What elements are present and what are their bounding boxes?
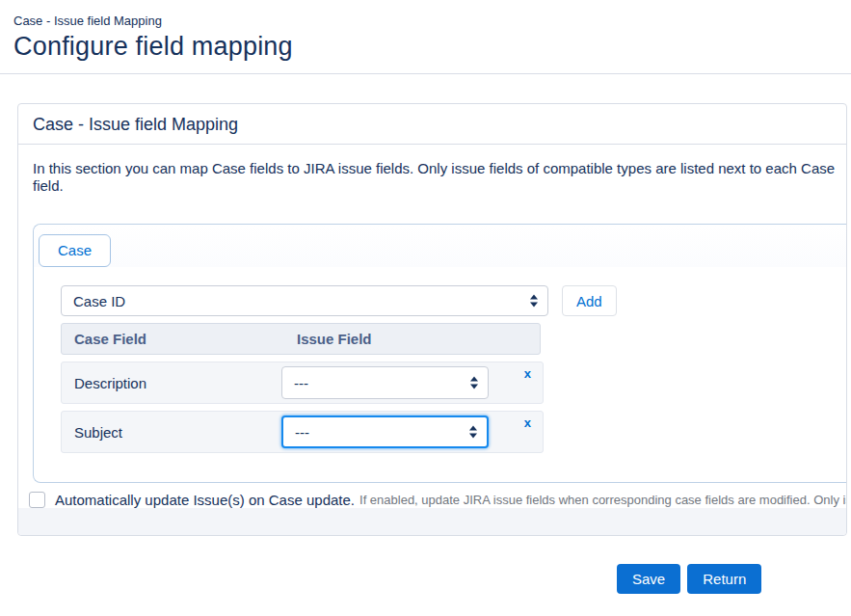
field-picker-row: Case ID Add (61, 285, 847, 316)
column-header-issue-field: Issue Field (297, 331, 372, 347)
tab-case[interactable]: Case (39, 234, 111, 267)
issue-field-select-value: --- (295, 424, 309, 441)
select-spinner-icon (469, 426, 477, 439)
auto-update-checkbox[interactable] (29, 492, 45, 508)
card-header: Case - Issue field Mapping (18, 104, 846, 145)
page-header: Case - Issue field Mapping Configure fie… (0, 0, 851, 74)
mapping-row-description: Description --- x (61, 362, 544, 404)
tab-content: Case ID Add Case Field Issue Field Descr… (34, 267, 847, 453)
remove-row-button[interactable]: x (524, 416, 531, 429)
mapping-table: Case Field Issue Field Description --- x… (61, 323, 847, 453)
tab-container: Case Case ID Add Case Field Issue Field (33, 224, 847, 483)
section-description: In this section you can map Case fields … (33, 160, 846, 195)
save-button[interactable]: Save (617, 564, 680, 594)
case-field-select-value: Case ID (73, 293, 125, 309)
auto-update-label[interactable]: Automatically update Issue(s) on Case up… (55, 492, 355, 508)
issue-field-select-subject[interactable]: --- (281, 415, 489, 448)
card-body: In this section you can map Case fields … (18, 145, 846, 508)
return-button[interactable]: Return (687, 564, 761, 594)
select-spinner-icon (470, 377, 478, 389)
case-field-label: Subject (62, 424, 281, 441)
column-header-case-field: Case Field (62, 331, 297, 347)
remove-row-button[interactable]: x (524, 367, 531, 380)
add-button[interactable]: Add (562, 285, 617, 316)
card-footer (18, 508, 846, 535)
mapping-row-subject: Subject --- x (61, 411, 544, 453)
field-mapping-card: Case - Issue field Mapping In this secti… (17, 103, 847, 536)
select-spinner-icon (530, 295, 538, 308)
page-title: Configure field mapping (13, 32, 851, 62)
auto-update-help-text: If enabled, update JIRA issue fields whe… (359, 493, 846, 507)
tab-strip: Case (34, 225, 847, 267)
case-field-select[interactable]: Case ID (61, 285, 548, 316)
action-buttons: Save Return (617, 564, 761, 594)
auto-update-row: Automatically update Issue(s) on Case up… (29, 492, 846, 508)
case-field-label: Description (62, 375, 281, 391)
breadcrumb[interactable]: Case - Issue field Mapping (13, 13, 851, 28)
issue-field-select-value: --- (294, 375, 308, 391)
issue-field-select-description[interactable]: --- (281, 366, 489, 399)
mapping-table-header: Case Field Issue Field (61, 323, 541, 355)
